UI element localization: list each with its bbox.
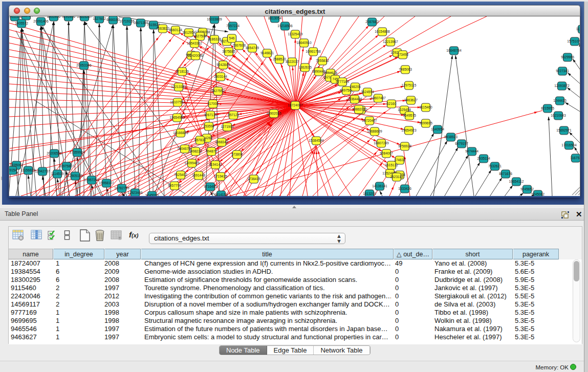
- svg-text:8938923: 8938923: [444, 135, 458, 139]
- svg-text:1271900: 1271900: [221, 125, 234, 128]
- svg-text:3624554: 3624554: [361, 90, 374, 94]
- svg-text:10653267: 10653267: [77, 16, 92, 18]
- svg-text:9191406: 9191406: [62, 16, 75, 18]
- svg-text:8660124: 8660124: [169, 28, 182, 32]
- svg-text:20364436: 20364436: [347, 97, 362, 101]
- svg-text:9457791: 9457791: [168, 184, 181, 187]
- svg-text:1527602: 1527602: [93, 17, 106, 20]
- svg-text:1533426: 1533426: [398, 187, 411, 190]
- svg-text:8322037: 8322037: [286, 60, 299, 63]
- svg-text:16107552: 16107552: [170, 100, 185, 104]
- svg-text:12905155: 12905155: [68, 174, 83, 178]
- svg-text:19166825: 19166825: [173, 131, 188, 135]
- svg-text:17957253: 17957253: [84, 178, 99, 182]
- svg-text:15692971: 15692971: [556, 128, 572, 132]
- svg-text:1691448: 1691448: [192, 173, 205, 177]
- svg-text:7986372: 7986372: [352, 107, 365, 111]
- svg-text:9245093: 9245093: [145, 193, 159, 196]
- svg-text:1025458: 1025458: [398, 108, 411, 112]
- svg-text:9245082: 9245082: [531, 192, 545, 196]
- svg-text:9716485: 9716485: [204, 185, 217, 188]
- svg-text:2523113: 2523113: [390, 175, 403, 179]
- svg-text:9756928: 9756928: [398, 144, 411, 148]
- svg-text:1736415: 1736415: [247, 177, 260, 181]
- svg-text:12213383: 12213383: [171, 85, 186, 89]
- svg-text:16154808: 16154808: [375, 30, 390, 33]
- svg-text:20206536: 20206536: [47, 151, 62, 155]
- svg-text:1719435: 1719435: [214, 174, 227, 178]
- svg-text:8454749: 8454749: [246, 46, 259, 50]
- svg-text:1615132: 1615132: [385, 163, 398, 167]
- svg-text:7485063: 7485063: [399, 68, 412, 71]
- svg-text:10607487: 10607487: [371, 96, 386, 100]
- svg-text:153594: 153594: [203, 124, 214, 128]
- svg-text:14099489: 14099489: [184, 161, 200, 165]
- svg-text:15720407: 15720407: [362, 119, 377, 122]
- svg-text:16648784: 16648784: [446, 49, 462, 52]
- svg-text:9245652: 9245652: [520, 187, 534, 191]
- svg-text:18902015: 18902015: [266, 112, 281, 115]
- svg-text:10719155: 10719155: [119, 19, 135, 23]
- svg-text:9777169: 9777169: [336, 80, 349, 83]
- svg-text:546: 546: [229, 36, 234, 40]
- svg-text:8813054: 8813054: [268, 16, 281, 20]
- svg-text:2367608: 2367608: [232, 43, 246, 47]
- svg-text:9242848: 9242848: [216, 63, 230, 67]
- svg-text:2718126: 2718126: [176, 70, 189, 73]
- svg-text:8931406: 8931406: [47, 16, 60, 18]
- svg-text:9084067: 9084067: [380, 151, 393, 155]
- svg-text:3427552: 3427552: [211, 89, 225, 93]
- svg-text:7955812: 7955812: [316, 59, 329, 62]
- svg-text:17016504: 17016504: [561, 143, 577, 147]
- svg-text:7357224: 7357224: [226, 24, 239, 28]
- svg-text:1114519: 1114519: [51, 172, 64, 176]
- svg-text:1868342: 1868342: [215, 140, 228, 144]
- svg-text:39154: 39154: [9, 168, 17, 172]
- svg-text:11325419: 11325419: [288, 32, 303, 36]
- svg-text:1413200: 1413200: [363, 192, 376, 195]
- svg-text:1405572: 1405572: [15, 21, 28, 25]
- svg-text:1244415: 1244415: [553, 99, 567, 102]
- svg-text:20091406: 20091406: [33, 19, 49, 23]
- svg-text:1117345: 1117345: [576, 27, 580, 31]
- svg-text:957123: 957123: [228, 113, 239, 117]
- svg-text:2935114: 2935114: [477, 157, 490, 160]
- svg-text:9463627: 9463627: [404, 98, 418, 102]
- svg-text:9327509: 9327509: [193, 34, 207, 38]
- svg-text:16543362: 16543362: [187, 41, 202, 45]
- svg-text:8215955: 8215955: [541, 106, 554, 110]
- svg-text:317006: 317006: [207, 102, 219, 105]
- svg-text:12975115: 12975115: [402, 83, 417, 87]
- svg-text:3875685: 3875685: [222, 50, 235, 53]
- svg-text:9227341: 9227341: [556, 69, 569, 73]
- svg-text:14136141: 14136141: [372, 184, 387, 188]
- svg-text:8186328: 8186328: [208, 37, 221, 41]
- svg-text:1362615: 1362615: [298, 65, 312, 69]
- svg-text:62160: 62160: [387, 102, 397, 105]
- svg-text:18640910: 18640910: [296, 41, 312, 45]
- svg-text:16210643: 16210643: [551, 114, 566, 117]
- svg-text:10688609: 10688609: [367, 129, 382, 133]
- svg-text:10654112: 10654112: [509, 180, 524, 183]
- svg-text:9329966: 9329966: [561, 55, 574, 59]
- svg-text:30975887: 30975887: [59, 164, 74, 168]
- svg-text:994871: 994871: [206, 149, 217, 153]
- svg-text:9474444: 9474444: [465, 149, 478, 153]
- svg-text:17359924: 17359924: [70, 150, 85, 154]
- svg-text:16671355: 16671355: [133, 21, 148, 25]
- svg-text:9549575: 9549575: [403, 114, 416, 117]
- svg-text:9146821: 9146821: [260, 51, 274, 55]
- svg-text:2803144: 2803144: [214, 75, 227, 78]
- svg-text:15384594: 15384594: [309, 139, 324, 142]
- svg-text:2055724: 2055724: [19, 16, 33, 17]
- svg-text:18807249: 18807249: [374, 141, 389, 145]
- svg-text:2087682: 2087682: [365, 20, 379, 24]
- svg-text:174632: 174632: [394, 158, 405, 162]
- svg-text:3498222: 3498222: [189, 149, 202, 153]
- svg-text:573804: 573804: [231, 152, 243, 156]
- svg-text:3267130: 3267130: [204, 113, 217, 117]
- svg-text:6479197: 6479197: [455, 142, 468, 145]
- svg-text:19218506: 19218506: [277, 24, 293, 28]
- svg-text:12093872: 12093872: [554, 84, 570, 87]
- svg-text:11156829: 11156829: [21, 168, 36, 172]
